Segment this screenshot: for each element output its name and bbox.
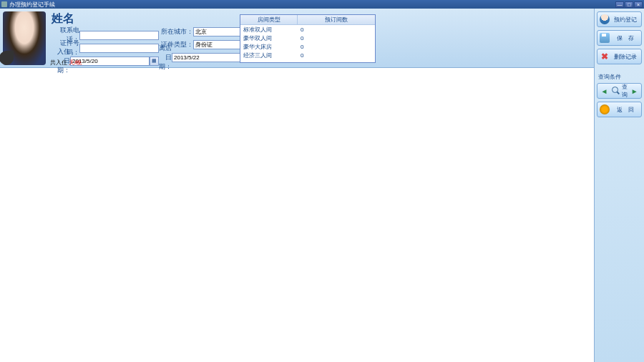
back-icon: [600, 104, 610, 114]
titlebar: 办理预约登记手续 — □ ×: [0, 0, 644, 9]
table-row[interactable]: 经济三人间 0: [240, 51, 375, 59]
delete-button[interactable]: ✖ 删除记录: [597, 49, 642, 64]
close-button[interactable]: ×: [634, 1, 643, 8]
search-header: 查询条件: [597, 73, 642, 81]
idtype-value: 身份证: [195, 41, 213, 49]
app-icon: [1, 1, 7, 7]
checkout-label: 离店日期：: [159, 44, 172, 72]
back-button[interactable]: 返 回: [597, 102, 642, 117]
window-title: 办理预约登记手续: [9, 1, 615, 9]
avatar: [3, 11, 46, 65]
content-area: [0, 68, 594, 362]
arrow-left-icon: ◄: [600, 86, 609, 96]
room-count-header: 预订间数: [298, 15, 375, 24]
search-icon: [611, 86, 620, 96]
register-button[interactable]: 预约登记: [597, 11, 642, 27]
phone-input[interactable]: [79, 31, 159, 40]
stay-note: 共入住 天/晚: [50, 59, 82, 67]
room-type-header: 房间类型: [240, 15, 298, 24]
person-icon: [600, 14, 610, 24]
table-row[interactable]: 豪华双人间 0: [240, 34, 375, 42]
city-label: 所在城市：: [159, 27, 193, 36]
table-row[interactable]: 标准双人间 0: [240, 25, 375, 34]
calendar-icon[interactable]: ▦: [150, 57, 159, 66]
delete-icon: ✖: [600, 52, 610, 62]
room-table: 房间类型 预订间数 标准双人间 0 豪华双人间 0 豪华大床房 0 经济三人间: [240, 14, 376, 63]
window-controls: — □ ×: [615, 1, 643, 8]
city-value: 北京: [195, 28, 207, 36]
maximize-button[interactable]: □: [625, 1, 633, 8]
query-button[interactable]: ◄ 查询 ►: [597, 83, 642, 99]
id-input[interactable]: [79, 44, 159, 53]
form-header: 姓名 联系电话： 证件号码： 入住日期： ▦: [0, 9, 594, 68]
save-icon: [600, 33, 610, 43]
name-heading: 姓名: [52, 11, 159, 26]
checkin-input[interactable]: [70, 57, 150, 66]
save-button[interactable]: 保 存: [597, 30, 642, 46]
table-row[interactable]: 豪华大床房 0: [240, 42, 375, 51]
sidebar: 预约登记 保 存 ✖ 删除记录 查询条件 ◄ 查询 ► 返 回: [594, 9, 644, 362]
minimize-button[interactable]: —: [615, 1, 624, 8]
main-panel: 姓名 联系电话： 证件号码： 入住日期： ▦: [0, 9, 594, 362]
arrow-right-icon: ►: [630, 86, 639, 96]
